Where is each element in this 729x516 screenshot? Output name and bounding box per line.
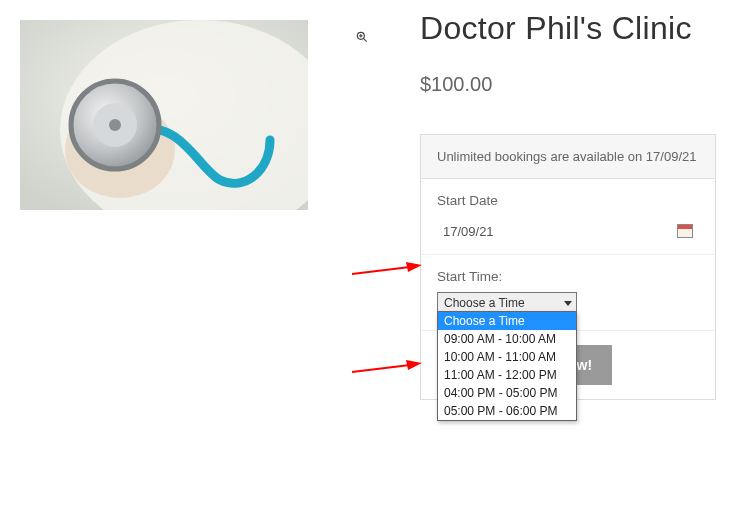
- time-option[interactable]: 09:00 AM - 10:00 AM: [438, 330, 576, 348]
- start-date-value: 17/09/21: [443, 224, 494, 239]
- time-option[interactable]: 05:00 PM - 06:00 PM: [438, 402, 576, 420]
- zoom-button[interactable]: [348, 24, 376, 52]
- availability-message: Unlimited bookings are available on 17/0…: [421, 135, 715, 179]
- time-option[interactable]: 04:00 PM - 05:00 PM: [438, 384, 576, 402]
- svg-point-5: [109, 119, 121, 131]
- annotation-arrow-date: [352, 262, 422, 278]
- magnifier-plus-icon: [355, 30, 369, 47]
- start-time-field: Start Time: Choose a Time Choose a Time0…: [421, 255, 715, 331]
- product-image: [20, 20, 308, 210]
- start-date-label: Start Date: [437, 193, 699, 208]
- svg-line-7: [363, 38, 366, 41]
- time-option[interactable]: 10:00 AM - 11:00 AM: [438, 348, 576, 366]
- product-price: $100.00: [420, 73, 716, 96]
- start-time-dropdown[interactable]: Choose a Time09:00 AM - 10:00 AM10:00 AM…: [437, 311, 577, 421]
- start-date-input[interactable]: 17/09/21: [437, 216, 699, 246]
- product-title: Doctor Phil's Clinic: [420, 10, 716, 47]
- time-option[interactable]: 11:00 AM - 12:00 PM: [438, 366, 576, 384]
- start-time-label: Start Time:: [437, 269, 699, 284]
- start-date-field: Start Date 17/09/21: [421, 179, 715, 255]
- time-option[interactable]: Choose a Time: [438, 312, 576, 330]
- svg-line-10: [352, 267, 410, 274]
- calendar-icon[interactable]: [677, 224, 693, 238]
- annotation-arrow-time: [352, 360, 422, 376]
- svg-marker-13: [406, 360, 422, 370]
- svg-marker-11: [406, 262, 422, 272]
- start-time-selected: Choose a Time: [444, 296, 525, 310]
- booking-form: Unlimited bookings are available on 17/0…: [420, 134, 716, 400]
- svg-line-12: [352, 365, 410, 372]
- chevron-down-icon: [564, 301, 572, 306]
